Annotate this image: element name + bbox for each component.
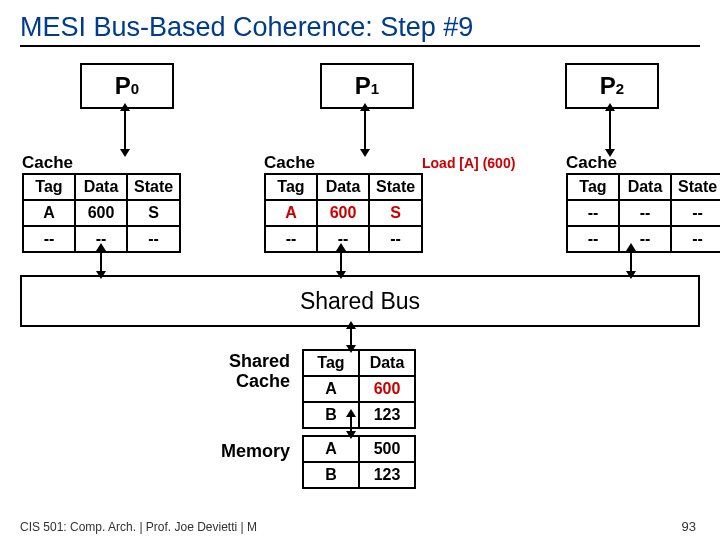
arrow-p1-cache	[364, 109, 366, 151]
slide-title: MESI Bus-Based Coherence: Step #9	[20, 12, 700, 47]
arrow-cache0-bus	[100, 249, 102, 273]
p2-cache-table: TagDataState ------ ------	[566, 173, 720, 253]
footer-text: CIS 501: Comp. Arch. | Prof. Joe Deviett…	[20, 520, 257, 534]
memory-label: Memory	[198, 441, 290, 462]
memory-table: A500 B123	[302, 435, 416, 489]
arrow-p0-cache	[124, 109, 126, 151]
arrow-bus-sharedcache	[350, 327, 352, 347]
load-annotation: Load [A] (600)	[422, 155, 515, 171]
p1-cache-table: TagDataState A600S ------	[264, 173, 423, 253]
p0-cache-label: Cache	[22, 153, 73, 173]
p2-cache-label: Cache	[566, 153, 617, 173]
arrow-sc-memory	[350, 415, 352, 433]
shared-bus: Shared Bus	[20, 275, 700, 327]
p0-cache-table: TagDataState A600S ------	[22, 173, 181, 253]
arrow-p2-cache	[609, 109, 611, 151]
p1-cache-label: Cache	[264, 153, 315, 173]
diagram-stage: P0 P1 P2 Cache Cache Cache TagDataState …	[20, 53, 700, 493]
shared-cache-table: TagData A600 B123	[302, 349, 416, 429]
arrow-cache1-bus	[340, 249, 342, 273]
page-number: 93	[682, 519, 696, 534]
arrow-cache2-bus	[630, 249, 632, 273]
shared-cache-label: SharedCache	[210, 351, 290, 391]
